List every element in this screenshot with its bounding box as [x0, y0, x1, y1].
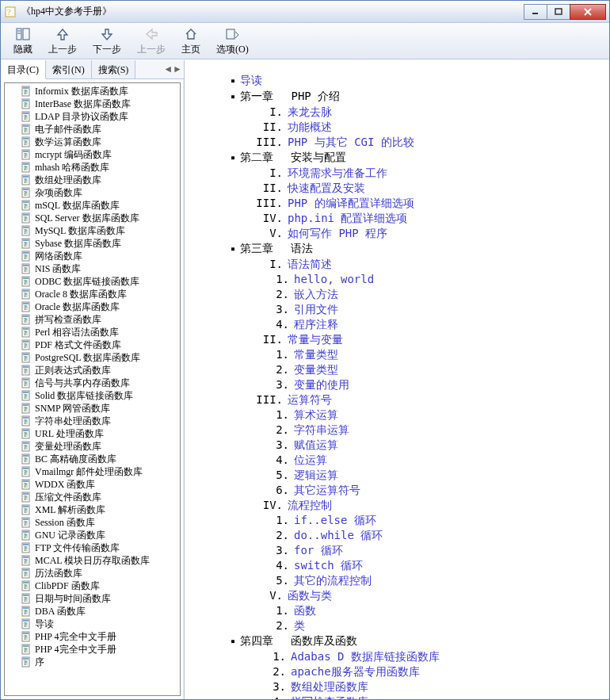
tree-item[interactable]: ?DBA 函数库 — [5, 605, 180, 618]
tree-item[interactable]: ?ClibPDF 函数库 — [5, 580, 180, 592]
tree-item[interactable]: ?Session 函数库 — [5, 516, 180, 529]
toc-link[interactable]: 变量类型 — [294, 362, 338, 377]
toc-link[interactable]: 赋值运算 — [294, 438, 338, 453]
toc-link[interactable]: 快速配置及安装 — [288, 181, 365, 196]
tree-item[interactable]: ?URL 处理函数库 — [5, 427, 180, 440]
toc-link[interactable]: 环境需求与准备工作 — [288, 166, 387, 181]
tree-item[interactable]: ?历法函数库 — [5, 567, 180, 580]
tree-item[interactable]: ?GNU 记录函数库 — [5, 529, 180, 541]
toc-link[interactable]: for 循环 — [294, 543, 343, 558]
tree-item[interactable]: ?XML 解析函数库 — [5, 503, 180, 516]
tree-item[interactable]: ?数学运算函数库 — [5, 136, 180, 148]
toc-link[interactable]: 引用文件 — [294, 302, 338, 317]
toc-link[interactable]: 流程控制 — [288, 498, 332, 513]
toc-link[interactable]: if..else 循环 — [294, 513, 376, 528]
tree-item[interactable]: ?MySQL 数据库函数库 — [5, 224, 180, 237]
content-pane[interactable]: 导读第一章 PHP 介绍I.来龙去脉II.功能概述III.PHP 与其它 CGI… — [185, 60, 609, 699]
tree-item[interactable]: ?WDDX 函数库 — [5, 478, 180, 491]
toc-link[interactable]: 程序注释 — [294, 317, 338, 332]
tree-item[interactable]: ?mcrypt 编码函数库 — [5, 148, 180, 161]
toc-link[interactable]: 拼写检查函数库 — [291, 694, 368, 699]
tab-contents[interactable]: 目录(C) — [1, 60, 46, 79]
home-button[interactable]: 主页 — [173, 25, 208, 58]
toc-link[interactable]: php.ini 配置详细选项 — [288, 211, 407, 226]
tree-item[interactable]: ?Vmailmgr 邮件处理函数库 — [5, 465, 180, 478]
tree-item[interactable]: ?InterBase 数据库函数库 — [5, 98, 180, 110]
tab-search[interactable]: 搜索(S) — [92, 60, 136, 79]
tree-item[interactable]: ?PostgreSQL 数据库函数库 — [5, 351, 180, 364]
toc-link[interactable]: 常量类型 — [294, 347, 338, 362]
minimize-button[interactable] — [524, 4, 547, 20]
maximize-button[interactable] — [547, 4, 570, 20]
toc-link[interactable]: 函数 — [294, 603, 316, 618]
options-button[interactable]: 选项(O) — [208, 25, 257, 58]
tree-item[interactable]: ?电子邮件函数库 — [5, 123, 180, 136]
toc-link[interactable]: do..while 循环 — [294, 528, 383, 543]
tree-item[interactable]: ?正则表达式函数库 — [5, 364, 180, 377]
tree-item[interactable]: ?PDF 格式文件函数库 — [5, 339, 180, 351]
toc-link[interactable]: 逻辑运算 — [294, 468, 338, 483]
toc-link[interactable]: 字符串运算 — [294, 423, 349, 438]
tree-item[interactable]: ?BC 高精确度函数库 — [5, 453, 180, 465]
tree-item[interactable]: ?字符串处理函数库 — [5, 415, 180, 427]
tree-item[interactable]: ?日期与时间函数库 — [5, 592, 180, 605]
toc-link[interactable]: PHP 的编译配置详细选项 — [288, 196, 414, 211]
tree-item[interactable]: ?序 — [5, 656, 180, 668]
tree-item[interactable]: ?杂项函数库 — [5, 186, 180, 199]
toc-link[interactable]: 算术运算 — [294, 407, 338, 423]
tree-item[interactable]: ?NIS 函数库 — [5, 262, 180, 275]
tree-item[interactable]: ?Informix 数据库函数库 — [5, 85, 180, 98]
tree-item[interactable]: ?变量处理函数库 — [5, 440, 180, 453]
toc-link[interactable]: 类 — [294, 618, 305, 633]
tree-item[interactable]: ?mhash 哈稀函数库 — [5, 161, 180, 174]
back-button[interactable]: 上一步 — [40, 25, 85, 58]
toc-link[interactable]: 如何写作 PHP 程序 — [288, 226, 387, 241]
tree-item[interactable]: ?PHP 4完全中文手册 — [5, 643, 180, 656]
tree-item[interactable]: ?ODBC 数据库链接函数库 — [5, 275, 180, 288]
titlebar[interactable]: ? 《hp4中文参考手册》 — [1, 1, 609, 23]
tree-item[interactable]: ?SNMP 网管函数库 — [5, 402, 180, 415]
tree-item[interactable]: ?压缩文件函数库 — [5, 491, 180, 503]
tree-item[interactable]: ?导读 — [5, 618, 180, 630]
forward-button[interactable]: 下一步 — [85, 25, 129, 58]
tree-item[interactable]: ?Solid 数据库链接函数库 — [5, 389, 180, 402]
close-button[interactable] — [570, 4, 606, 20]
toc-link[interactable]: 嵌入方法 — [294, 287, 338, 302]
toc-link[interactable]: Adabas D 数据库链接函数库 — [291, 649, 440, 664]
toc-link[interactable]: 其它运算符号 — [294, 483, 360, 498]
tree-item[interactable]: ?Perl 相容语法函数库 — [5, 326, 180, 339]
contents-tree[interactable]: ?Informix 数据库函数库?InterBase 数据库函数库?LDAP 目… — [5, 83, 180, 695]
tree-item[interactable]: ?信号与共享内存函数库 — [5, 377, 180, 389]
tree-item[interactable]: ?Sybase 数据库函数库 — [5, 237, 180, 250]
tree-item[interactable]: ?LDAP 目录协议函数库 — [5, 110, 180, 123]
tree-item[interactable]: ?MCAL 模块日历存取函数库 — [5, 554, 180, 567]
toc-link[interactable]: 其它的流程控制 — [294, 573, 372, 588]
tree-item[interactable]: ?mSQL 数据库函数库 — [5, 199, 180, 212]
svg-text:?: ? — [24, 507, 27, 514]
toc-link[interactable]: 来龙去脉 — [288, 105, 332, 120]
tree-item[interactable]: ?Oracle 数据库函数库 — [5, 300, 180, 313]
tree-item[interactable]: ?Oracle 8 数据库函数库 — [5, 288, 180, 300]
toc-link[interactable]: PHP 与其它 CGI 的比较 — [288, 135, 414, 150]
toc-link[interactable]: 常量与变量 — [288, 332, 343, 347]
tab-index[interactable]: 索引(N) — [46, 60, 92, 79]
tree-item[interactable]: ?拼写检查函数库 — [5, 313, 180, 326]
toc-link[interactable]: 位运算 — [294, 453, 327, 468]
toc-link[interactable]: 运算符号 — [288, 392, 332, 407]
tree-item[interactable]: ?SQL Server 数据库函数库 — [5, 212, 180, 224]
toc-link[interactable]: apache服务器专用函数库 — [291, 664, 420, 679]
toc-link[interactable]: 数组处理函数库 — [291, 679, 368, 694]
tree-item[interactable]: ?网络函数库 — [5, 250, 180, 262]
toc-link[interactable]: switch 循环 — [294, 558, 363, 573]
tab-scroll-arrows[interactable]: ◄► — [162, 60, 184, 78]
toc-link[interactable]: 功能概述 — [288, 120, 332, 135]
tree-item[interactable]: ?PHP 4完全中文手册 — [5, 630, 180, 643]
toc-link[interactable]: 变量的使用 — [294, 377, 349, 392]
toc-link[interactable]: 函数与类 — [288, 588, 332, 603]
tree-item[interactable]: ?FTP 文件传输函数库 — [5, 541, 180, 554]
toc-link[interactable]: 语法简述 — [288, 257, 332, 272]
hide-button[interactable]: 隐藏 — [6, 25, 40, 58]
toc-link[interactable]: 导读 — [240, 74, 262, 86]
tree-item[interactable]: ?数组处理函数库 — [5, 174, 180, 186]
toc-link[interactable]: hello, world — [294, 272, 374, 287]
